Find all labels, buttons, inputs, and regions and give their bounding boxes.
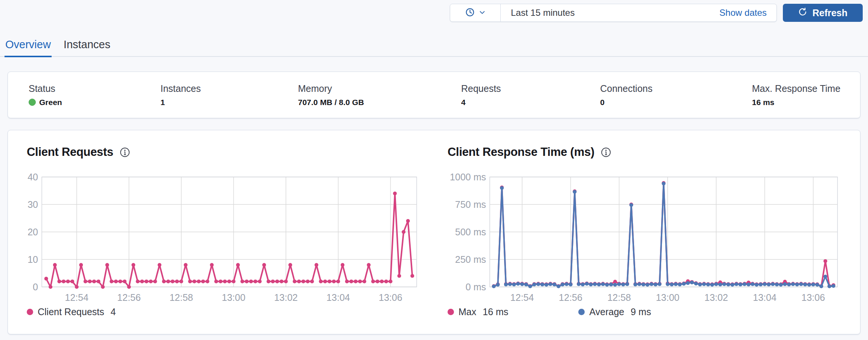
svg-text:250 ms: 250 ms [455,254,486,265]
client-requests-chart[interactable]: 01020304012:5412:5612:5813:0013:0213:041… [27,173,421,306]
tab-bar: Overview Instances [0,37,868,57]
svg-text:20: 20 [28,227,38,237]
summary-item-connections: Connections 0 [600,83,752,107]
summary-item-status: Status Green [29,83,160,107]
summary-item-max-response-time: Max. Response Time 16 ms [752,83,840,107]
legend-value: 16 ms [483,306,508,317]
summary-label: Instances [160,83,298,94]
svg-text:30: 30 [28,199,38,210]
svg-text:13:04: 13:04 [753,292,777,303]
client-requests-panel: Client Requests 01020304012:5412:5612:58… [27,145,421,334]
tab-overview[interactable]: Overview [5,37,52,57]
summary-card: Status Green Instances 1 Memory 707.0 MB… [8,72,860,118]
health-green-dot [29,99,36,106]
top-controls: Last 15 minutes Show dates Refresh [450,4,863,22]
legend-label: Max [458,306,476,317]
refresh-icon [798,7,807,19]
chevron-down-icon [478,9,486,17]
chart-title: Client Response Time (ms) [448,145,594,159]
chart-legend: Client Requests 4 [27,306,421,317]
summary-label: Status [29,83,160,94]
svg-text:12:54: 12:54 [65,292,89,303]
date-display[interactable]: Last 15 minutes [501,8,575,18]
svg-text:12:58: 12:58 [607,292,631,303]
summary-item-memory: Memory 707.0 MB / 8.0 GB [298,83,461,107]
svg-text:13:04: 13:04 [326,292,350,303]
svg-text:13:02: 13:02 [274,292,298,303]
chart-title: Client Requests [27,145,113,159]
legend-label: Client Requests [38,306,104,317]
clock-icon [465,7,475,18]
svg-text:13:00: 13:00 [656,292,680,303]
summary-item-instances: Instances 1 [160,83,298,107]
legend-item-client-requests: Client Requests 4 [27,306,116,317]
svg-text:10: 10 [28,254,38,265]
svg-text:1000 ms: 1000 ms [450,173,486,182]
svg-text:13:02: 13:02 [704,292,728,303]
legend-label: Average [589,306,624,317]
response-time-chart[interactable]: 0 ms250 ms500 ms750 ms1000 ms12:5412:561… [448,173,842,306]
svg-text:13:06: 13:06 [801,292,825,303]
tab-instances[interactable]: Instances [63,37,111,56]
legend-dot-pink [448,309,454,315]
svg-text:500 ms: 500 ms [455,227,486,237]
svg-text:750 ms: 750 ms [455,199,486,210]
response-time-panel: Client Response Time (ms) 0 ms250 ms500 … [448,145,842,334]
legend-dot-blue [578,309,585,315]
summary-label: Memory [298,83,461,94]
refresh-button[interactable]: Refresh [783,4,863,22]
summary-value: Green [29,98,160,107]
summary-label: Max. Response Time [752,83,840,94]
legend-value: 4 [110,306,116,317]
summary-item-requests: Requests 4 [461,83,600,107]
date-picker[interactable]: Last 15 minutes Show dates [450,4,777,22]
summary-value: 16 ms [752,98,840,107]
summary-value: 707.0 MB / 8.0 GB [298,98,461,107]
svg-text:13:00: 13:00 [222,292,246,303]
svg-text:12:58: 12:58 [170,292,193,303]
legend-item-average: Average 9 ms [578,306,651,317]
summary-value: 1 [160,98,298,107]
info-icon[interactable] [120,147,130,157]
charts-card: Client Requests 01020304012:5412:5612:58… [8,130,860,334]
svg-text:13:06: 13:06 [379,292,402,303]
legend-value: 9 ms [631,306,651,317]
info-icon[interactable] [601,147,611,157]
chart-legend: Max 16 ms Average 9 ms [448,306,842,317]
svg-text:12:54: 12:54 [510,292,534,303]
summary-label: Connections [600,83,752,94]
summary-value: 0 [600,98,752,107]
svg-text:0: 0 [33,282,38,292]
summary-label: Requests [461,83,600,94]
refresh-button-label: Refresh [812,8,847,18]
quick-select-button[interactable] [450,4,501,21]
svg-text:12:56: 12:56 [559,292,582,303]
summary-value: 4 [461,98,600,107]
svg-text:40: 40 [28,173,38,182]
health-status-text: Green [39,98,62,107]
svg-text:12:56: 12:56 [117,292,141,303]
svg-text:0 ms: 0 ms [466,282,486,292]
legend-dot-pink [27,309,33,315]
show-dates-link[interactable]: Show dates [720,8,776,18]
legend-item-max: Max 16 ms [448,306,508,317]
